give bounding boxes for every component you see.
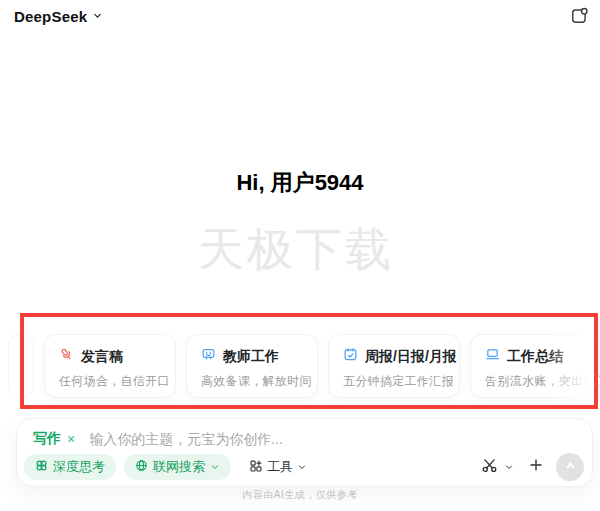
greeting-title: Hi, 用户5944 [0, 168, 600, 198]
suggestion-card-partial[interactable] [8, 334, 34, 398]
tools-grid-icon [249, 459, 263, 476]
web-search-toggle[interactable]: 联网搜索 [124, 454, 231, 480]
ai-disclaimer: 内容由AI生成，仅供参考 [0, 488, 600, 502]
suggestion-card-reports[interactable]: 周报/日报/月报 五分钟搞定工作汇报 [328, 334, 460, 398]
laptop-icon [485, 347, 500, 366]
clip-tools-chevron[interactable] [504, 458, 514, 476]
topic-input[interactable] [87, 430, 580, 448]
clip-tools-button[interactable] [481, 457, 498, 478]
card-title: 工作总结 [507, 348, 563, 366]
new-chat-button[interactable] [568, 6, 590, 28]
watermark-text: 天极下载 [198, 219, 394, 281]
plus-icon [528, 457, 544, 477]
card-subtitle: 高效备课，解放时间 [201, 373, 317, 390]
suggestion-card-summary[interactable]: 工作总结 告别流水账，突出价值 [470, 334, 600, 398]
globe-icon [135, 459, 148, 475]
deep-think-icon [35, 459, 48, 475]
deep-think-toggle[interactable]: 深度思考 [24, 454, 116, 480]
chevron-down-icon [297, 460, 307, 475]
attach-button[interactable] [528, 457, 544, 477]
tools-label: 工具 [267, 458, 293, 476]
card-title: 教师工作 [223, 348, 279, 366]
microphone-icon [59, 347, 74, 366]
deep-think-label: 深度思考 [53, 458, 105, 476]
chevron-down-icon [210, 460, 220, 475]
chevron-down-icon [504, 458, 514, 476]
card-title: 发言稿 [81, 348, 123, 366]
suggestion-card-speech[interactable]: 发言稿 任何场合，自信开口 [44, 334, 176, 398]
card-subtitle: 任何场合，自信开口 [59, 373, 175, 390]
presentation-board-icon [201, 347, 216, 366]
suggestion-card-teacher[interactable]: 教师工作 高效备课，解放时间 [186, 334, 318, 398]
card-subtitle: 告别流水账，突出价值 [485, 373, 600, 390]
composer: 写作 × 深度思考 联网搜索 [16, 418, 593, 487]
send-button[interactable] [556, 453, 584, 481]
tag-close-icon[interactable]: × [67, 432, 75, 446]
calendar-check-icon [343, 347, 358, 366]
writing-tag[interactable]: 写作 [33, 430, 61, 448]
model-selector[interactable]: DeepSeek [14, 7, 103, 25]
chevron-down-icon [92, 7, 103, 25]
tools-menu-button[interactable]: 工具 [249, 458, 307, 476]
card-title: 周报/日报/月报 [365, 348, 457, 366]
card-subtitle: 五分钟搞定工作汇报 [343, 373, 459, 390]
scissors-icon [481, 457, 498, 478]
arrow-up-icon [563, 458, 578, 477]
new-chat-icon [570, 6, 589, 29]
web-search-label: 联网搜索 [153, 458, 205, 476]
brand-label: DeepSeek [14, 8, 87, 25]
